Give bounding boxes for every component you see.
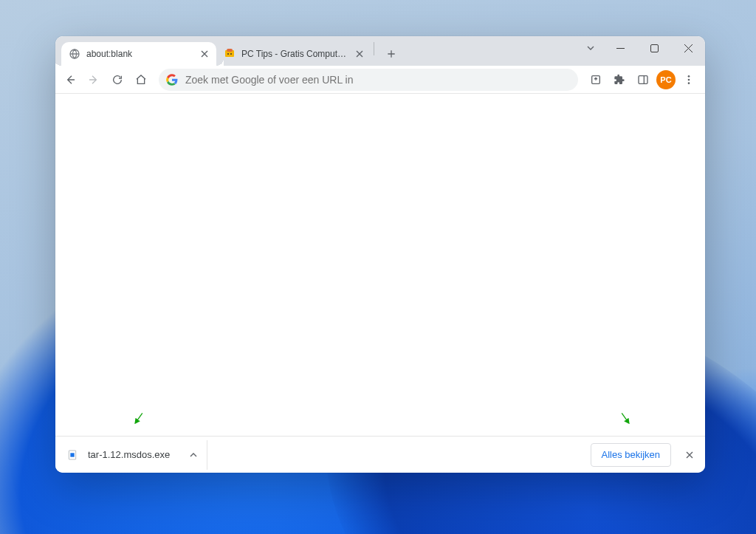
globe-icon [69,48,80,60]
pctips-icon [224,48,236,60]
desktop-background: about:blank PC Tips - Gratis Computer Ti… [0,0,756,534]
close-icon[interactable] [199,48,210,60]
forward-button[interactable] [83,69,104,90]
svg-point-8 [688,75,690,78]
annotation-arrow-left [133,412,145,424]
tab-title: PC Tips - Gratis Computer Tips... [241,49,348,59]
tab-active[interactable]: about:blank [61,42,216,66]
share-button[interactable] [585,69,606,90]
toolbar: PC [55,66,705,94]
svg-rect-5 [650,44,658,52]
chevron-up-icon[interactable] [185,446,202,464]
new-tab-button[interactable] [381,44,402,64]
chrome-browser-window: about:blank PC Tips - Gratis Computer Ti… [55,36,705,473]
svg-point-10 [688,82,690,84]
show-all-downloads-button[interactable]: Alles bekijken [591,443,672,467]
tab-inactive[interactable]: PC Tips - Gratis Computer Tips... [216,42,371,66]
close-icon[interactable] [354,48,365,60]
file-icon [64,447,80,463]
avatar-initials: PC [660,75,671,84]
omnibox[interactable] [159,69,578,91]
page-viewport [55,94,705,436]
svg-point-9 [688,78,690,81]
svg-rect-7 [639,75,647,83]
sidepanel-button[interactable] [633,69,653,90]
close-download-bar-button[interactable] [677,442,702,468]
show-all-label: Alles bekijken [602,449,661,460]
tab-separator [374,42,374,55]
svg-line-12 [622,413,628,422]
download-bar: tar-1.12.msdos.exe Alles bekijken [55,436,705,473]
back-button[interactable] [60,69,80,90]
google-g-icon [166,74,178,86]
reload-button[interactable] [107,69,128,90]
svg-point-3 [227,53,229,55]
titlebar: about:blank PC Tips - Gratis Computer Ti… [55,36,705,66]
menu-button[interactable] [678,69,699,90]
window-controls [578,36,705,60]
svg-line-11 [136,413,142,422]
tab-search-button[interactable] [578,36,603,60]
download-item[interactable]: tar-1.12.msdos.exe [60,440,207,470]
close-window-button[interactable] [671,36,705,60]
extensions-button[interactable] [609,69,630,90]
svg-point-4 [230,53,232,55]
annotation-arrow-right [619,412,631,424]
address-input[interactable] [185,74,571,86]
tab-title: about:blank [86,49,193,59]
download-filename: tar-1.12.msdos.exe [88,449,180,460]
minimize-button[interactable] [603,36,637,60]
svg-rect-14 [70,453,74,456]
maximize-button[interactable] [637,36,671,60]
svg-rect-2 [227,49,233,52]
profile-avatar[interactable]: PC [656,70,676,89]
home-button[interactable] [131,69,151,90]
tab-strip: about:blank PC Tips - Gratis Computer Ti… [55,36,402,66]
